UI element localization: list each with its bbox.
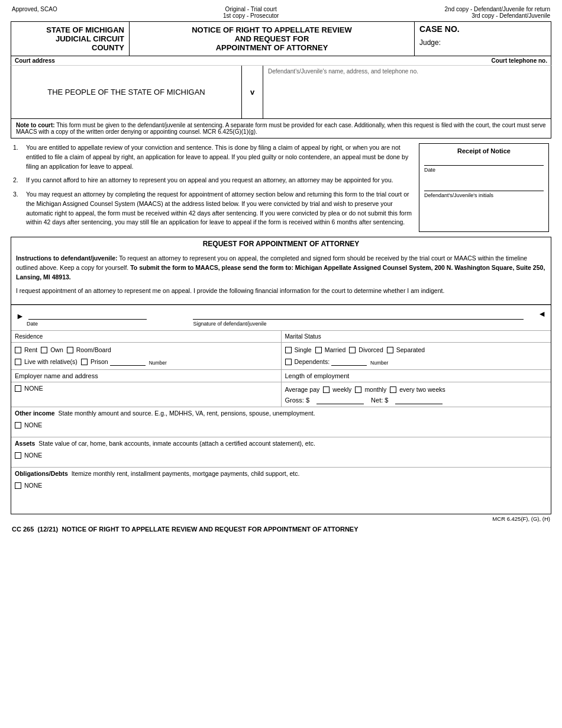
- note-box: Note to court: This form must be given t…: [11, 119, 551, 138]
- request-header: REQUEST FOR APPOINTMENT OF ATTORNEY: [11, 237, 551, 250]
- mcr-reference: MCR 6.425(F), (G), (H): [492, 516, 550, 522]
- rent-checkbox[interactable]: [15, 347, 21, 353]
- prison-number-label: Number: [149, 360, 167, 366]
- court-name: STATE OF MICHIGAN JUDICIAL CIRCUIT COUNT…: [11, 22, 130, 56]
- sig-date-row: ► Date Signature of defendant/juvenile ◄: [11, 305, 551, 330]
- employer-row: Employer name and address Length of empl…: [11, 369, 551, 382]
- other-income-none-checkbox[interactable]: [15, 422, 21, 429]
- dependents-number-label: Number: [370, 360, 388, 366]
- checkboxes-row: Rent Own Room/Board Live with relative(s…: [11, 342, 551, 369]
- avg-pay-label: Average pay: [285, 386, 320, 393]
- single-checkbox[interactable]: [285, 347, 292, 353]
- length-label: Length of employment: [285, 372, 548, 379]
- court-address-label: Court address: [15, 57, 55, 64]
- employer-none-checkbox[interactable]: [15, 385, 21, 392]
- residence-marital-labels: Residence Marital Status: [11, 330, 551, 342]
- dependents-checkbox[interactable]: [285, 359, 292, 365]
- approved-label: Approved, SCAO: [12, 6, 57, 19]
- plaintiff-name: THE PEOPLE OF THE STATE OF MICHIGAN: [11, 66, 242, 118]
- other-income-row: Other income State monthly amount and so…: [11, 407, 551, 437]
- assets-row: Assets State value of car, home, bank ac…: [11, 437, 551, 467]
- assets-none-checkbox[interactable]: [15, 452, 21, 459]
- numbered-item-2: 2. If you cannot afford to hire an attor…: [13, 176, 414, 185]
- gross-label: Gross: $: [285, 397, 310, 404]
- copy-center: Original - Trial court 1st copy - Prosec…: [223, 6, 279, 19]
- employer-none-row: NONE Average pay weekly monthly: [11, 382, 551, 407]
- divorced-checkbox[interactable]: [349, 347, 356, 353]
- request-body: Instructions to defendant/juvenile: To r…: [11, 250, 551, 305]
- room-board-checkbox[interactable]: [67, 347, 73, 353]
- copy-right: 2nd copy - Defendant/Juvenile for return…: [445, 6, 550, 19]
- monthly-checkbox[interactable]: [355, 386, 361, 393]
- net-label: Net: $: [371, 397, 388, 404]
- numbered-item-1: 1. You are entitled to appellate review …: [13, 143, 414, 171]
- employer-label: Employer name and address: [15, 372, 277, 379]
- versus-label: v: [242, 66, 263, 118]
- obligations-row: Obligations/Debts Itemize monthly rent, …: [11, 467, 551, 514]
- case-info: CASE NO. Judge:: [415, 22, 551, 56]
- form-title: NOTICE OF RIGHT TO APPELLATE REVIEW AND …: [130, 22, 415, 56]
- court-phone-label: Court telephone no.: [492, 57, 547, 64]
- own-checkbox[interactable]: [41, 347, 47, 353]
- married-checkbox[interactable]: [315, 347, 322, 353]
- numbered-item-3: 3. You may request an attorney by comple…: [13, 190, 414, 227]
- separated-checkbox[interactable]: [387, 347, 393, 353]
- arrow-right-icon: ◄: [538, 309, 546, 318]
- footer: CC 265 (12/21) NOTICE OF RIGHT TO APPELL…: [11, 526, 551, 533]
- obligations-none-checkbox[interactable]: [15, 482, 21, 489]
- every-two-weeks-checkbox[interactable]: [390, 386, 396, 393]
- receipt-of-notice: Receipt of Notice Date Defendant's/Juven…: [419, 143, 549, 232]
- arrow-left-icon: ►: [16, 311, 24, 321]
- defendant-info-area: Defendant's/Juvenile's name, address, an…: [263, 66, 551, 118]
- live-relative-checkbox[interactable]: [15, 359, 21, 365]
- weekly-checkbox[interactable]: [323, 386, 330, 393]
- prison-checkbox[interactable]: [81, 359, 88, 365]
